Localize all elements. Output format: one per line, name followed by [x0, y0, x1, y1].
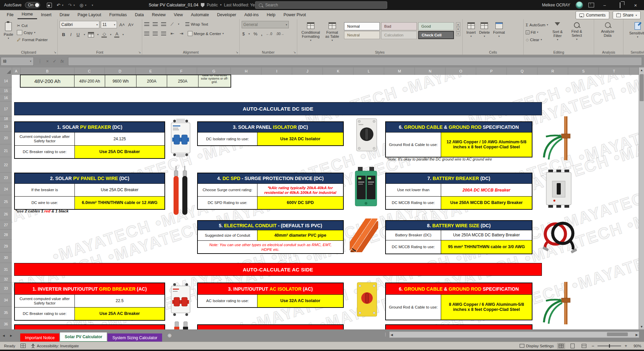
font-color-icon[interactable]: A [114, 31, 119, 38]
row-header-16[interactable]: 16 [0, 94, 12, 101]
conduit-image[interactable] [350, 218, 378, 252]
underline-button[interactable]: U [75, 32, 81, 37]
alignment-dialog-launcher-icon[interactable]: ↘ [236, 51, 238, 54]
menu-tab-automate[interactable]: Automate [187, 10, 213, 19]
accessibility-status[interactable]: Accessibility: Investigate [31, 344, 79, 348]
search-input[interactable]: Search [255, 1, 387, 9]
table-header[interactable]: 6. GROUND CABLE & GROUND ROD SPECIFICATI… [386, 122, 532, 132]
table-header[interactable]: 3. SOLAR PANEL ISOLATOR (DC) [198, 122, 343, 132]
column-header-B[interactable]: B [21, 67, 74, 75]
accounting-format-icon[interactable]: $ [242, 31, 245, 36]
cell-value[interactable]: Use 32A AC Isolator [257, 295, 343, 307]
cell-label[interactable]: If the breaker is [15, 184, 75, 196]
cell-label[interactable]: DC wire to use: [15, 197, 75, 209]
number-format-select[interactable]: General▾ [242, 21, 289, 28]
insert-cells-button[interactable]: Insert▾ [465, 21, 478, 49]
format-cells-button[interactable]: Format▾ [491, 21, 507, 49]
cell-label[interactable]: DC Breaker rating to use: [15, 308, 75, 320]
pv-wire-image[interactable] [170, 166, 191, 215]
scroll-left-icon[interactable]: ◀ [391, 333, 393, 337]
cell-label[interactable]: Current computed value after Safety fact… [15, 133, 75, 145]
align-bottom-icon[interactable] [161, 22, 166, 26]
zoom-slider-thumb[interactable] [609, 344, 610, 348]
cell-value[interactable]: Use 25A AC Breaker [75, 308, 164, 320]
cell-value[interactable]: 40mm² diameter PVC pipe [257, 230, 343, 240]
gallery-down-icon[interactable]: ▾ [456, 27, 460, 31]
increase-font-icon[interactable]: A˄ [118, 22, 126, 27]
dc-ground-rod-image[interactable] [543, 116, 576, 160]
tab-options-icon[interactable]: ⋮ [384, 332, 388, 337]
column-header-H[interactable]: H [231, 67, 262, 75]
row-header-14[interactable]: 14 [0, 75, 12, 87]
name-box[interactable]: I8▾ [1, 57, 34, 66]
font-size-select[interactable]: 11▾ [101, 21, 117, 28]
cell-label[interactable]: DC MCCB Rating to use: [386, 197, 441, 209]
row-header-17[interactable]: 17 [0, 101, 12, 116]
share-button[interactable]: Share ▾ [613, 11, 641, 19]
column-header-C[interactable]: C [74, 67, 105, 75]
menu-tab-data[interactable]: Data [131, 10, 148, 19]
menu-tab-developer[interactable]: Developer [213, 10, 240, 19]
table-header[interactable]: 2. SOLAR PV PANEL DC WIRE (DC) [15, 173, 164, 183]
row-header-18[interactable]: 18 [0, 116, 12, 121]
horizontal-scroll-thumb[interactable] [607, 332, 628, 336]
fill-color-icon[interactable]: ◇ [101, 31, 107, 38]
enter-formula-icon[interactable]: ✓ [53, 59, 57, 64]
menu-tab-formulas[interactable]: Formulas [105, 10, 131, 19]
column-header-S[interactable]: S [568, 67, 599, 75]
minimize-button[interactable]: – [600, 3, 610, 8]
comma-format-icon[interactable]: , [261, 31, 263, 36]
row-header-22[interactable]: 22 [0, 157, 12, 173]
cell-label[interactable]: DC Isolator rating to use: [198, 133, 257, 145]
sort-filter-button[interactable]: Sort & Filter▾ [548, 21, 567, 49]
style-bad[interactable]: Bad [381, 22, 417, 30]
save-icon[interactable] [47, 3, 52, 8]
menu-tab-power-pivot[interactable]: Power Pivot [279, 10, 310, 19]
decrease-indent-icon[interactable]: ⇤ [170, 31, 175, 36]
borders-icon[interactable] [88, 32, 94, 37]
column-header-R[interactable]: R [538, 67, 568, 75]
cell-g14[interactable]: Ideal for mid-sized solar systems or off… [198, 75, 231, 87]
format-as-table-button[interactable]: Format as Table▾ [322, 21, 342, 49]
column-header-O[interactable]: O [446, 67, 476, 75]
quick-access-stamp-icon[interactable]: ◎ [80, 3, 83, 8]
vertical-scrollbar[interactable]: ▲ ▼ [639, 67, 644, 329]
cell-value[interactable]: 95 mm² THHN/THWN cable or 3/0 AWG [441, 240, 532, 254]
align-top-icon[interactable] [144, 22, 149, 26]
row-header-23[interactable]: 23 [0, 173, 12, 183]
row-header-15[interactable]: 15 [0, 87, 12, 94]
scroll-right-icon[interactable]: ▶ [636, 333, 638, 337]
menu-tab-home[interactable]: Home [18, 10, 37, 19]
increase-decimal-icon[interactable]: ←.0 [266, 32, 272, 36]
menu-tab-review[interactable]: Review [148, 10, 170, 19]
zoom-level[interactable]: 90% [631, 344, 641, 348]
table-header[interactable]: 5. ELECTRICAL CONDUIT - (DEFAULT IS PVC) [198, 221, 343, 230]
comments-button[interactable]: Comments [576, 11, 609, 19]
cell-label[interactable]: DC Breaker rating to use: [15, 146, 75, 158]
horizontal-scrollbar[interactable]: ◀ ▶ [389, 331, 639, 338]
dc-isolator-image[interactable] [356, 118, 377, 152]
copy-button[interactable]: Copy▾ [17, 29, 48, 36]
column-header-N[interactable]: N [415, 67, 446, 75]
menu-tab-draw[interactable]: Draw [56, 10, 73, 19]
restore-button[interactable] [615, 3, 625, 8]
cell-value[interactable]: Use 250A MCCB DC Battery Breaker [441, 197, 532, 209]
wrap-text-button[interactable]: Wrap Text [185, 21, 208, 27]
table-header[interactable]: 4. DC SPD - SURGE PROTECTION DEVICE (DC) [198, 173, 343, 183]
vertical-scroll-thumb[interactable] [640, 74, 644, 101]
cell-label[interactable]: Battery Breaker (DC) [386, 230, 441, 240]
column-header-P[interactable]: P [476, 67, 507, 75]
cell-label[interactable]: Current computed value after Safety fact… [15, 295, 75, 307]
undo-button[interactable]: ↶ [57, 3, 60, 8]
menu-tab-file[interactable]: File [3, 10, 18, 19]
italic-button[interactable]: I [69, 32, 72, 37]
page-break-view-button[interactable] [580, 343, 588, 349]
cell-value[interactable]: Use 25A DC Breaker [75, 184, 164, 196]
row-header-25[interactable]: 25 [0, 195, 12, 208]
new-sheet-icon[interactable]: ⊕ [167, 332, 172, 339]
tab-scroll-left-icon[interactable]: ◂ [0, 333, 7, 338]
cell-value[interactable]: Use 250A MCCB DC Battery Breaker [441, 230, 532, 240]
column-header-L[interactable]: L [354, 67, 384, 75]
column-header-Q[interactable]: Q [507, 67, 538, 75]
delete-cells-button[interactable]: Delete▾ [478, 21, 492, 49]
